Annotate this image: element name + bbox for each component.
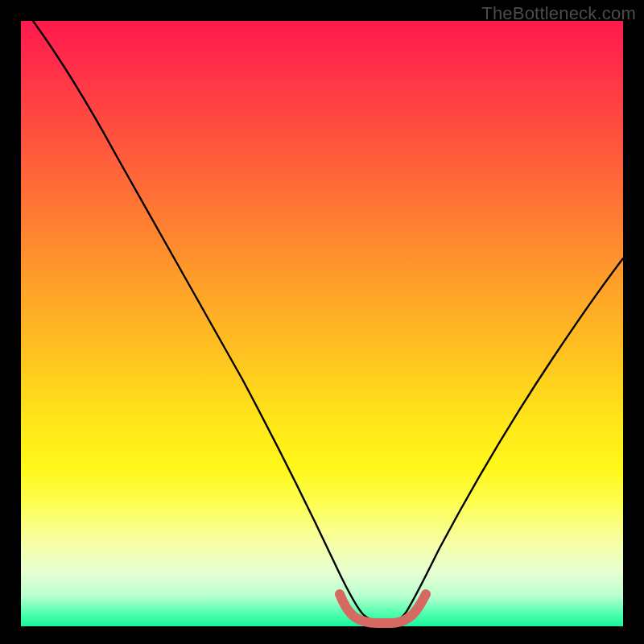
plot-area [21, 21, 623, 626]
chart-frame: TheBottleneck.com [0, 0, 644, 644]
curve-layer [21, 21, 623, 626]
bottleneck-curve [33, 21, 623, 621]
watermark-text: TheBottleneck.com [481, 3, 636, 24]
